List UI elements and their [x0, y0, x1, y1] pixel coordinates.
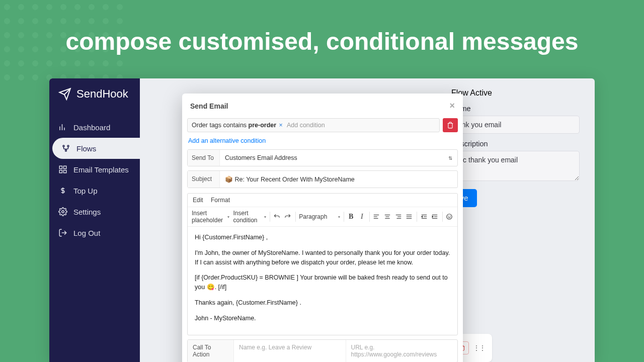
nav-label: Flows	[76, 144, 96, 153]
insert-placeholder-dropdown[interactable]: Insert placeholder▾	[192, 210, 229, 224]
svg-point-7	[62, 211, 64, 213]
nav-label: Settings	[73, 208, 101, 216]
svg-point-27	[448, 216, 449, 217]
chart-icon	[58, 123, 67, 132]
gear-icon	[58, 207, 67, 216]
body-line: Hi {Customer.FirstName} ,	[195, 233, 450, 242]
insert-condition-dropdown[interactable]: Insert condition▾	[233, 210, 266, 224]
outdent-button[interactable]	[421, 213, 428, 220]
svg-rect-6	[64, 170, 66, 173]
flow-name-label: Name	[451, 105, 580, 113]
nav-top-up[interactable]: Top Up	[49, 180, 140, 201]
indent-icon	[431, 213, 438, 220]
align-center-icon	[384, 213, 391, 220]
nav-email-templates[interactable]: Email Templates	[49, 159, 140, 180]
sidebar: SendHook Dashboard Flows Email Templates…	[49, 78, 140, 362]
align-justify-button[interactable]	[406, 213, 413, 220]
flow-name-input[interactable]	[451, 116, 580, 134]
send-email-modal: Send Email × Order tags contains pre-ord…	[182, 94, 463, 362]
brand-name: SendHook	[76, 87, 128, 101]
align-left-icon	[373, 213, 380, 220]
svg-point-1	[67, 145, 69, 147]
nav-dashboard[interactable]: Dashboard	[49, 117, 140, 138]
drag-handle[interactable]: ⋮⋮	[473, 341, 486, 354]
cta-label: Call To Action	[188, 340, 234, 362]
subject-label: Subject	[188, 171, 220, 188]
paper-plane-icon	[58, 87, 71, 101]
flow-desc-label: Description	[451, 140, 580, 148]
body-line: [if {Order.ProductSKU} = BROWNIE ] Your …	[195, 273, 450, 292]
smiley-icon	[446, 213, 453, 220]
nav-label: Top Up	[73, 187, 98, 195]
brand: SendHook	[49, 87, 140, 117]
nav-logout[interactable]: Log Out	[49, 222, 140, 243]
trash-icon	[447, 122, 454, 129]
logout-icon	[58, 228, 67, 237]
flow-settings-panel: Flow Active Name Description sic thank y…	[451, 88, 580, 207]
svg-rect-3	[59, 166, 62, 168]
chevron-down-icon: ▾	[227, 215, 229, 219]
editor-body[interactable]: Hi {Customer.FirstName} , I'm John, the …	[188, 227, 457, 335]
svg-point-28	[450, 216, 451, 217]
delete-condition-group-button[interactable]	[443, 118, 458, 132]
body-line: I'm John, the owner of MyStoreName. I wa…	[195, 248, 450, 267]
nav-label: Email Templates	[73, 165, 129, 174]
bold-button[interactable]: B	[347, 213, 355, 221]
nav-label: Dashboard	[73, 123, 110, 132]
undo-icon	[273, 213, 280, 220]
svg-point-2	[65, 150, 67, 151]
rich-text-editor: Edit Format Insert placeholder▾ Insert c…	[187, 193, 458, 335]
flow-desc-input[interactable]: sic thank you email	[451, 151, 580, 181]
align-center-button[interactable]	[384, 213, 391, 220]
editor-menu-edit[interactable]: Edit	[193, 197, 203, 204]
nav-settings[interactable]: Settings	[49, 201, 140, 222]
svg-point-0	[63, 145, 64, 147]
add-condition-input[interactable]: Add condition	[287, 122, 325, 129]
body-line: Thanks again, {Customer.FirstName} .	[195, 298, 450, 308]
editor-menu-format[interactable]: Format	[211, 197, 230, 204]
flow-icon	[61, 144, 70, 153]
nav-label: Log Out	[73, 229, 100, 237]
redo-icon	[284, 213, 291, 220]
paragraph-style-dropdown[interactable]: Paragraph ▾	[299, 213, 340, 220]
grid-icon	[58, 165, 67, 174]
subject-input[interactable]: 📦 Re: Your Recent Order With MyStoreName	[220, 171, 457, 188]
hero-title: compose customised, conditional messages	[0, 28, 644, 55]
cta-name-input[interactable]: Name e.g. Leave a Review	[234, 340, 346, 362]
dollar-icon	[58, 186, 67, 195]
cta-url-input[interactable]: URL e.g. https://www.google.com/reviews	[346, 340, 458, 362]
chevron-down-icon: ▾	[338, 215, 340, 219]
nav-flows[interactable]: Flows	[52, 138, 140, 159]
remove-condition-button[interactable]: ×	[277, 122, 283, 129]
emoji-button[interactable]	[446, 213, 453, 220]
undo-button[interactable]	[273, 213, 281, 220]
chevron-select-icon: ⇅	[448, 155, 452, 161]
align-justify-icon	[406, 213, 413, 220]
align-left-button[interactable]	[373, 213, 380, 220]
italic-button[interactable]: I	[358, 213, 366, 221]
body-line: John - MyStoreName.	[195, 314, 450, 323]
chevron-down-icon: ▾	[264, 215, 266, 219]
add-alternative-condition-link[interactable]: Add an alternative condition	[187, 135, 458, 149]
condition-tag: Order tags contains pre-order ×	[192, 122, 283, 129]
sendto-label: Send To	[188, 150, 220, 166]
svg-point-26	[447, 214, 452, 220]
close-icon[interactable]: ×	[449, 101, 455, 111]
indent-button[interactable]	[431, 213, 439, 220]
svg-rect-4	[64, 166, 66, 168]
svg-rect-5	[59, 170, 62, 173]
sendto-select[interactable]: Customers Email Address ⇅	[220, 150, 457, 166]
outdent-icon	[421, 213, 428, 220]
align-right-button[interactable]	[395, 213, 403, 220]
redo-button[interactable]	[284, 213, 292, 220]
modal-title: Send Email	[190, 102, 228, 110]
align-right-icon	[395, 213, 402, 220]
